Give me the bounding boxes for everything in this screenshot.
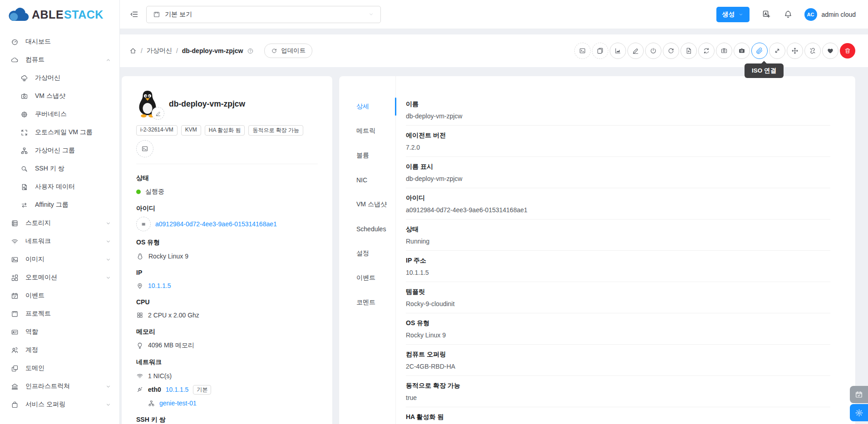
settings-float-button[interactable]	[850, 404, 868, 421]
sidebar-item-storage[interactable]: 스토리지	[0, 214, 119, 232]
sidebar-item-kubernetes[interactable]: 쿠버네티스	[0, 105, 119, 123]
sidebar-item-ssh-keypair[interactable]: SSH 키 쌍	[0, 160, 119, 178]
sidebar-item-infrastructure[interactable]: 인프라스트럭쳐	[0, 377, 119, 395]
detail-field-label: 동적으로 확장 가능	[406, 382, 830, 390]
cpu-label: CPU	[136, 298, 318, 306]
ip-link[interactable]: 10.1.1.5	[148, 282, 171, 289]
copy-button[interactable]	[592, 43, 608, 59]
unmanage-button[interactable]	[804, 43, 821, 59]
user-avatar[interactable]: AC	[804, 8, 817, 21]
chevron-up-icon	[105, 57, 111, 63]
sidebar-item-role[interactable]: 역할	[0, 323, 119, 341]
tab-comments[interactable]: 코멘트	[339, 290, 395, 315]
sidebar-item-project[interactable]: 프로젝트	[0, 305, 119, 323]
sidebar-item-label: 서비스 오퍼링	[25, 400, 99, 409]
sidebar-item-compute[interactable]: 컴퓨트	[0, 51, 119, 69]
breadcrumb-vm-link[interactable]: 가상머신	[147, 47, 172, 55]
sidebar-item-image[interactable]: 이미지	[0, 250, 119, 268]
notification-bell-icon[interactable]	[784, 10, 793, 19]
snapshot-button[interactable]	[716, 43, 732, 59]
os-logo-tux	[136, 90, 159, 118]
sidebar-item-label: 사용자 데이터	[35, 183, 111, 191]
username[interactable]: admin cloud	[822, 11, 856, 18]
sidebar-item-network[interactable]: 네트워크	[0, 232, 119, 250]
sidebar-item-service-offering[interactable]: 서비스 오퍼링	[0, 395, 119, 414]
edit-button[interactable]	[627, 43, 644, 59]
detail-field: 동적으로 확장 가능true	[406, 376, 830, 407]
attach-iso-icon	[756, 47, 763, 54]
menu-fold-icon[interactable]	[129, 10, 139, 19]
migrate-button[interactable]	[787, 43, 803, 59]
network-link[interactable]: genie-test-01	[159, 400, 197, 407]
vm-tag: KVM	[181, 125, 201, 136]
console-button[interactable]	[574, 43, 591, 59]
metrics-button[interactable]	[610, 43, 626, 59]
sidebar: ABLESTACK 대시보드컴퓨트가상머신VM 스냅샷쿠버네티스오토스케일 VM…	[0, 0, 120, 424]
view-selector[interactable]: 기본 보기	[146, 6, 381, 23]
console-button[interactable]	[136, 140, 153, 157]
tab-volumes[interactable]: 볼륨	[339, 143, 395, 168]
sidebar-item-vm-group[interactable]: 가상머신 그룹	[0, 141, 119, 160]
ha-button[interactable]	[822, 43, 838, 59]
sidebar-menu: 대시보드컴퓨트가상머신VM 스냅샷쿠버네티스오토스케일 VM 그룹가상머신 그룹…	[0, 29, 119, 414]
sidebar-item-vm-snapshot[interactable]: VM 스냅샷	[0, 87, 119, 105]
sidebar-item-label: 쿠버네티스	[35, 110, 111, 118]
sidebar-item-label: 도메인	[25, 364, 111, 372]
default-nic-tag: 기본	[193, 385, 211, 395]
sidebar-item-dashboard[interactable]: 대시보드	[0, 33, 119, 51]
reinstall-button[interactable]	[681, 43, 697, 59]
event-log-float-button[interactable]	[850, 386, 868, 403]
tab-settings[interactable]: 설정	[339, 241, 395, 266]
ssh-section: SSH 키 쌍	[136, 416, 318, 424]
update-button[interactable]: 업데이트	[264, 44, 312, 58]
scale-button[interactable]	[769, 43, 785, 59]
network-label: 네트워크	[136, 358, 318, 366]
ablestack-logo[interactable]: ABLESTACK	[0, 0, 119, 29]
sidebar-item-user-data[interactable]: 사용자 데이터	[0, 178, 119, 196]
sidebar-item-label: 컴퓨트	[25, 56, 99, 64]
sidebar-item-automation[interactable]: 오토메이션	[0, 268, 119, 287]
vm-id-link[interactable]: a0912984-0d72-4ee3-9ae6-015314168ae1	[155, 220, 277, 228]
sidebar-item-affinity-group[interactable]: Affinity 그룹	[0, 196, 119, 214]
tab-details[interactable]: 상세	[339, 94, 395, 119]
destroy-button[interactable]	[840, 43, 855, 58]
locale-icon[interactable]	[762, 10, 771, 19]
detail-field-value: Rocky-9-cloudinit	[406, 300, 830, 308]
sidebar-item-vm[interactable]: 가상머신	[0, 69, 119, 87]
edit-avatar-button[interactable]	[152, 107, 164, 120]
volume-snapshot-button[interactable]	[734, 43, 750, 59]
home-icon[interactable]	[129, 47, 137, 54]
tab-nic[interactable]: NIC	[339, 168, 395, 192]
detail-field-value: 7.2.0	[406, 144, 830, 151]
nic-icon	[136, 386, 143, 393]
tab-schedules[interactable]: Schedules	[339, 217, 395, 241]
event-icon	[11, 292, 19, 300]
os-section: OS 유형 Rocky Linux 9	[136, 239, 318, 262]
console-icon	[141, 145, 148, 152]
sidebar-item-label: 오토스케일 VM 그룹	[35, 128, 111, 136]
reload-icon	[271, 48, 277, 54]
sidebar-item-account[interactable]: 계정	[0, 341, 119, 359]
detail-field: OS 유형Rocky Linux 9	[406, 313, 830, 345]
attach-iso-button[interactable]	[751, 43, 768, 59]
nic-ip-link[interactable]: 10.1.1.5	[166, 386, 189, 393]
tab-events[interactable]: 이벤트	[339, 266, 395, 290]
tab-vm-snapshot[interactable]: VM 스냅샷	[339, 192, 395, 217]
storage-icon	[11, 219, 19, 227]
tab-metrics[interactable]: 메트릭	[339, 119, 395, 143]
stop-button[interactable]	[645, 43, 661, 59]
sidebar-item-domain[interactable]: 도메인	[0, 359, 119, 377]
action-bar: / 가상머신 / db-deploy-vm-zpjcw 업데이트	[119, 34, 868, 67]
sidebar-item-label: 오토메이션	[25, 273, 99, 282]
detail-field-label: 이름	[406, 100, 830, 108]
vm-tags: i-2-32614-VMKVMHA 활성화 됨동적으로 확장 가능	[136, 125, 318, 136]
vm-icon	[20, 74, 28, 82]
brand-able: ABLE	[32, 8, 64, 21]
detail-field-label: IP 주소	[406, 257, 830, 265]
sidebar-item-event[interactable]: 이벤트	[0, 287, 119, 305]
sidebar-item-autoscale-vm-group[interactable]: 오토스케일 VM 그룹	[0, 123, 119, 141]
sync-button[interactable]	[698, 43, 715, 59]
create-button[interactable]: 생성	[716, 7, 750, 22]
reboot-button[interactable]	[663, 43, 679, 59]
help-icon[interactable]	[247, 48, 254, 54]
